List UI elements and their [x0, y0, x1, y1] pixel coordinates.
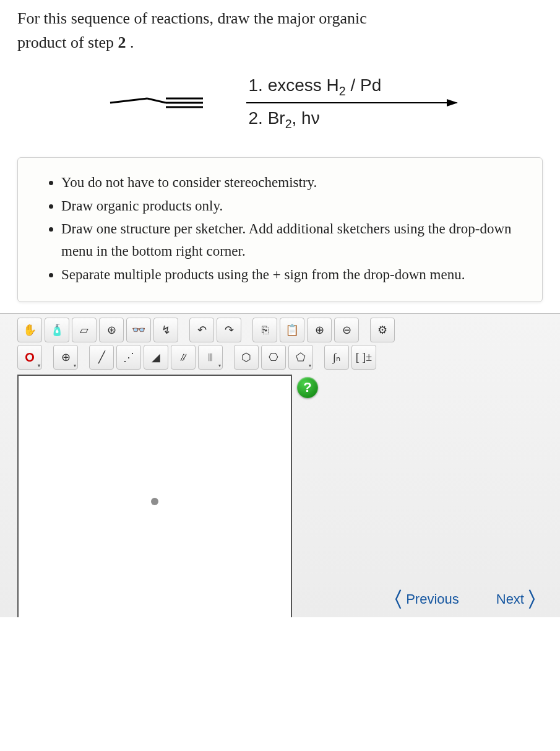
paste-tool[interactable]: 📋	[280, 318, 304, 342]
next-label: Next	[496, 591, 524, 607]
chevron-right-icon: 〉	[527, 589, 548, 610]
glasses-tool[interactable]: 👓	[126, 318, 151, 342]
snowflake-tool[interactable]: ⊛	[99, 318, 124, 342]
chain-tool[interactable]: ∫ₙ	[324, 345, 349, 370]
ring-cyclohexane[interactable]: ⬡	[234, 345, 259, 370]
zoom-in-tool[interactable]: ⊕	[307, 318, 332, 342]
wedge-bond[interactable]: ◢	[144, 345, 168, 370]
move-tool[interactable]: ✋	[17, 318, 42, 342]
reaction-arrow: 1. excess H2 / Pd 2. Br2, hν	[246, 73, 457, 132]
dashed-bond[interactable]: ⋰	[116, 345, 141, 370]
question-line2-suffix: .	[126, 33, 134, 51]
canvas-start-dot	[151, 498, 158, 505]
instruction-item: Draw one structure per sketcher. Add add…	[61, 218, 523, 262]
toolbar-row-1: ✋🧴▱⊛👓↯↶↷⎘📋⊕⊖⚙	[17, 318, 560, 342]
atom-oxygen[interactable]: O	[17, 345, 42, 370]
starting-material	[104, 87, 209, 118]
reaction-scheme: 1. excess H2 / Pd 2. Br2, hν	[0, 73, 560, 132]
instruction-item: Separate multiple products using the + s…	[61, 264, 523, 286]
svg-line-0	[110, 98, 147, 103]
sketcher-panel: ✋🧴▱⊛👓↯↶↷⎘📋⊕⊖⚙ O⊕╱⋰◢⫽⫴⬡⎔⬠∫ₙ[ ]± ?	[0, 313, 560, 617]
clean-tool[interactable]: ↯	[153, 318, 178, 342]
copy-tool[interactable]: ⎘	[252, 318, 277, 342]
previous-button[interactable]: 〈 Previous	[382, 589, 459, 610]
ring-other[interactable]: ⬠	[288, 345, 313, 370]
ring-benzene[interactable]: ⎔	[261, 345, 286, 370]
single-bond[interactable]: ╱	[89, 345, 114, 370]
undo-tool[interactable]: ↶	[189, 318, 214, 342]
zoom-out-tool[interactable]: ⊖	[334, 318, 359, 342]
question-line1: For this sequence of reactions, draw the…	[17, 9, 367, 27]
bracket-tool[interactable]: [ ]±	[351, 345, 376, 370]
help-button[interactable]: ?	[297, 377, 318, 398]
svg-line-1	[147, 98, 166, 103]
question-prompt: For this sequence of reactions, draw the…	[0, 0, 560, 54]
settings-tool[interactable]: ⚙	[370, 318, 395, 342]
drawing-canvas[interactable]	[17, 375, 292, 617]
reagent-line-1: 1. excess H2 / Pd	[246, 73, 457, 100]
instruction-item: You do not have to consider stereochemis…	[61, 171, 523, 194]
help-icon: ?	[303, 380, 311, 396]
instruction-item: Draw organic products only.	[61, 195, 523, 217]
charge-tool[interactable]: ⊕	[53, 345, 78, 370]
previous-label: Previous	[406, 591, 459, 607]
triple-bond[interactable]: ⫴	[198, 345, 223, 370]
spray-tool[interactable]: 🧴	[45, 318, 69, 342]
eraser-tool[interactable]: ▱	[72, 318, 97, 342]
instructions-panel: You do not have to consider stereochemis…	[17, 157, 543, 302]
reagent-line-2: 2. Br2, hν	[246, 106, 457, 132]
instructions-list: You do not have to consider stereochemis…	[37, 171, 523, 285]
nav-buttons: 〈 Previous Next 〉	[382, 589, 548, 610]
next-button[interactable]: Next 〉	[496, 589, 548, 610]
double-bond[interactable]: ⫽	[171, 345, 196, 370]
chevron-left-icon: 〈	[382, 589, 403, 610]
question-line2-prefix: product of step	[17, 33, 118, 51]
toolbar-row-2: O⊕╱⋰◢⫽⫴⬡⎔⬠∫ₙ[ ]±	[17, 345, 560, 370]
redo-tool[interactable]: ↷	[217, 318, 241, 342]
question-step-number: 2	[118, 33, 126, 51]
